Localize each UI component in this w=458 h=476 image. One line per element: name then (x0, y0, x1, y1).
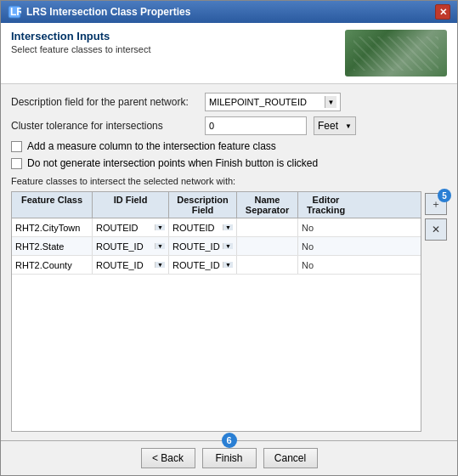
cell-et-2: No (298, 256, 353, 274)
id-select-text-1: ROUTE_ID (96, 241, 155, 252)
desc-field-row: Description field for the parent network… (11, 93, 447, 111)
table-row: RHT2.County ROUTE_ID ▼ ROUTE_ID ▼ (12, 256, 421, 275)
cell-sep-1 (237, 237, 298, 255)
id-select-text-0: ROUTEID (96, 223, 155, 233)
cell-fc-1: RHT2.State (12, 237, 93, 255)
svg-text:LRS: LRS (10, 6, 21, 18)
table-label: Feature classes to intersect the selecte… (11, 176, 447, 186)
table-header: Feature Class ID Field Description Field… (12, 192, 421, 218)
cell-fc-2: RHT2.County (12, 256, 93, 274)
cell-desc-2: ROUTE_ID ▼ (169, 256, 237, 274)
footer: 6 < Back Finish Cancel (1, 440, 457, 475)
cell-sep-2 (237, 256, 298, 274)
checkbox2-row: Do not generate intersection points when… (11, 157, 447, 169)
cell-id-2: ROUTE_ID ▼ (93, 256, 169, 274)
desc-select-arrow-2[interactable]: ▼ (223, 262, 233, 268)
id-select-1[interactable]: ROUTE_ID ▼ (96, 241, 165, 252)
col-header-feature-class: Feature Class (12, 192, 93, 218)
window-title: LRS Intersection Class Properties (26, 6, 190, 18)
cell-id-1: ROUTE_ID ▼ (93, 237, 169, 255)
desc-field-arrow[interactable]: ▼ (325, 96, 336, 108)
col-header-name-sep: Name Separator (237, 192, 298, 218)
feature-table: Feature Class ID Field Description Field… (11, 191, 421, 432)
id-select-2[interactable]: ROUTE_ID ▼ (96, 260, 165, 270)
checkbox2[interactable] (11, 158, 22, 169)
id-select-arrow-2[interactable]: ▼ (155, 262, 165, 268)
id-select-text-2: ROUTE_ID (96, 260, 155, 270)
desc-select-arrow-1[interactable]: ▼ (223, 243, 233, 249)
col-header-editor-tracking: Editor Tracking (298, 192, 353, 218)
table-row: RHT2.CityTown ROUTEID ▼ ROUTEID ▼ (12, 218, 421, 237)
id-select-0[interactable]: ROUTEID ▼ (96, 223, 165, 233)
add-row-button[interactable]: ＋ 5 (425, 193, 447, 215)
cell-fc-0: RHT2.CityTown (12, 218, 93, 236)
cell-id-0: ROUTEID ▼ (93, 218, 169, 236)
desc-select-text-0: ROUTEID (172, 223, 223, 233)
desc-select-text-2: ROUTE_ID (172, 260, 223, 270)
col-header-id-field: ID Field (93, 192, 169, 218)
cancel-button[interactable]: Cancel (263, 448, 318, 468)
cluster-row: Cluster tolerance for intersections Feet… (11, 116, 447, 135)
header-title: Intersection Inputs (11, 30, 150, 42)
table-row: RHT2.State ROUTE_ID ▼ ROUTE_ID ▼ (12, 237, 421, 256)
checkbox1[interactable] (11, 141, 22, 152)
desc-field-label: Description field for the parent network… (11, 96, 198, 108)
cluster-label: Cluster tolerance for intersections (11, 120, 198, 132)
back-button[interactable]: < Back (141, 448, 195, 468)
desc-select-arrow-0[interactable]: ▼ (223, 224, 233, 230)
remove-row-button[interactable]: ✕ (425, 218, 447, 241)
desc-select-1[interactable]: ROUTE_ID ▼ (172, 241, 233, 252)
id-select-arrow-0[interactable]: ▼ (155, 224, 165, 230)
desc-field-select[interactable]: MILEPOINT_ROUTEID ▼ (205, 93, 341, 111)
units-text: Feet (318, 120, 338, 132)
header-section: Intersection Inputs Select feature class… (1, 23, 457, 84)
content-area: Description field for the parent network… (1, 84, 457, 440)
cell-et-1: No (298, 237, 353, 255)
desc-select-2[interactable]: ROUTE_ID ▼ (172, 260, 233, 270)
et-value-2: No (302, 260, 314, 270)
table-action-buttons: ＋ 5 ✕ (425, 191, 447, 432)
cell-et-0: No (298, 218, 353, 236)
header-subtitle: Select feature classes to intersect (11, 44, 150, 54)
add-button-badge: 5 (438, 189, 451, 202)
app-icon: LRS (8, 5, 21, 19)
finish-button[interactable]: Finish (202, 448, 257, 468)
desc-select-0[interactable]: ROUTEID ▼ (172, 223, 233, 233)
checkbox1-label: Add a measure column to the intersection… (27, 140, 276, 152)
cell-desc-0: ROUTEID ▼ (169, 218, 237, 236)
close-button[interactable]: ✕ (435, 4, 450, 20)
checkbox1-row: Add a measure column to the intersection… (11, 140, 447, 152)
header-image (345, 30, 447, 76)
cell-sep-0 (237, 218, 298, 236)
footer-badge: 6 (222, 433, 237, 448)
units-select[interactable]: Feet ▼ (314, 116, 356, 135)
desc-field-value: MILEPOINT_ROUTEID (209, 97, 325, 107)
et-value-1: No (302, 241, 314, 252)
cell-desc-1: ROUTE_ID ▼ (169, 237, 237, 255)
window: LRS LRS Intersection Class Properties ✕ … (0, 0, 458, 476)
header-text: Intersection Inputs Select feature class… (11, 30, 150, 54)
id-select-arrow-1[interactable]: ▼ (155, 243, 165, 249)
checkbox2-label: Do not generate intersection points when… (27, 157, 318, 169)
cluster-input[interactable] (205, 116, 307, 135)
units-arrow: ▼ (345, 122, 352, 130)
desc-select-text-1: ROUTE_ID (172, 241, 223, 252)
table-area: Feature Class ID Field Description Field… (11, 191, 447, 432)
table-body: RHT2.CityTown ROUTEID ▼ ROUTEID ▼ (12, 218, 421, 431)
title-bar: LRS LRS Intersection Class Properties ✕ (1, 1, 457, 23)
col-header-desc-field: Description Field (169, 192, 237, 218)
et-value-0: No (302, 223, 314, 233)
x-icon: ✕ (432, 224, 440, 235)
